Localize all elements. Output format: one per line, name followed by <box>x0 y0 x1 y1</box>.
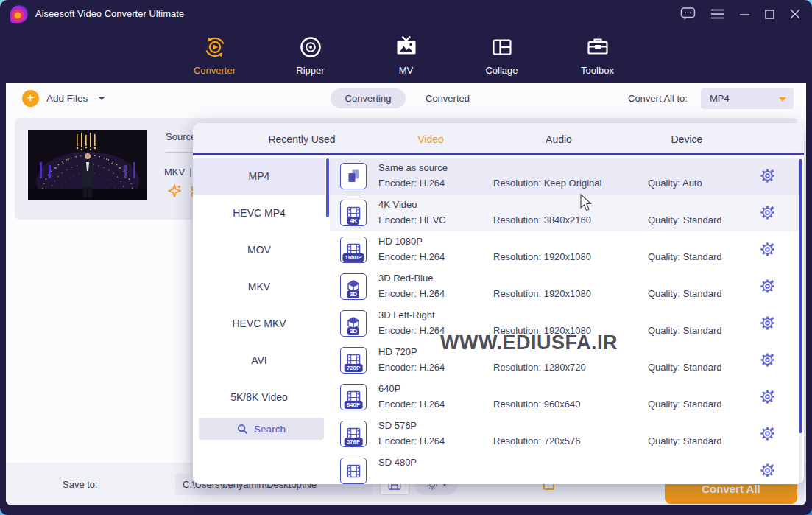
tab-recently-used[interactable]: Recently Used <box>268 123 335 155</box>
film-icon: 4K <box>340 200 367 226</box>
effect-star-icon[interactable] <box>166 183 183 202</box>
format-encoder: Encoder: H.264 <box>378 435 445 446</box>
gear-icon[interactable] <box>760 463 775 481</box>
window-title: Aiseesoft Video Converter Ultimate <box>35 0 184 28</box>
search-label: Search <box>254 424 286 435</box>
format-badge: 720P <box>345 364 363 372</box>
format-encoder: Encoder: H.264 <box>378 399 445 410</box>
mouse-cursor <box>580 194 593 215</box>
format-popup: Recently UsedVideoAudioDevice MP4HEVC MP… <box>193 123 804 484</box>
tab-video[interactable]: Video <box>417 123 444 155</box>
format-resolution: Resolution: 1920x1080 <box>493 251 591 262</box>
minimize-button[interactable] <box>740 10 749 19</box>
feedback-icon[interactable] <box>680 7 696 21</box>
format-resolution: Resolution: Keep Original <box>493 178 601 189</box>
chevron-down-icon <box>98 97 105 100</box>
sidebar-item-5k-8k-video[interactable]: 5K/8K Video <box>193 379 325 416</box>
app-logo-icon <box>10 5 28 23</box>
gear-icon[interactable] <box>760 242 775 260</box>
sidebar-item-mp4[interactable]: MP4 <box>193 158 325 195</box>
nav-item-ripper[interactable]: Ripper <box>278 28 344 83</box>
gear-icon[interactable] <box>760 278 775 297</box>
titlebar: Aiseesoft Video Converter Ultimate <box>0 0 812 28</box>
tab-converting[interactable]: Converting <box>331 88 406 108</box>
nav-item-collage[interactable]: Collage <box>469 28 535 83</box>
format-quality: Quality: Standard <box>648 214 721 225</box>
gear-icon[interactable] <box>760 352 775 371</box>
sidebar-scrollbar[interactable] <box>326 158 329 217</box>
format-badge: 576P <box>345 438 363 446</box>
same-as-source-icon <box>340 163 367 189</box>
list-scrollbar-thumb[interactable] <box>799 159 802 433</box>
source-label: Source <box>166 131 196 142</box>
format-list: Same as sourceEncoder: H.264Resolution: … <box>330 158 799 484</box>
menu-icon[interactable] <box>711 9 724 19</box>
sidebar-item-avi[interactable]: AVI <box>193 342 325 379</box>
format-name: Same as source <box>378 162 448 173</box>
format-name: HD 720P <box>378 346 417 357</box>
video-thumbnail <box>28 130 147 200</box>
format-row-sd-480p[interactable]: SD 480P <box>330 452 799 484</box>
format-name: 3D Left-Right <box>378 309 435 320</box>
gear-icon[interactable] <box>760 389 775 407</box>
convert-all-dropdown[interactable]: MP4 <box>701 88 794 109</box>
format-quality: Quality: Standard <box>648 362 721 373</box>
converter-icon <box>202 35 228 60</box>
toolbox-icon <box>585 35 611 60</box>
format-badge: 3D <box>347 327 359 335</box>
add-files-button[interactable]: + Add Files <box>22 90 105 107</box>
tab-converted[interactable]: Converted <box>426 88 470 108</box>
format-row-same-as-source[interactable]: Same as sourceEncoder: H.264Resolution: … <box>330 158 799 195</box>
format-encoder: Encoder: H.264 <box>378 288 445 299</box>
nav-label: MV <box>399 65 414 76</box>
format-name: SD 480P <box>378 457 417 468</box>
format-encoder: Encoder: H.264 <box>378 325 445 336</box>
main-nav: Converter Ripper MV Collage Toolbox <box>0 28 812 83</box>
sidebar-item-hevc-mp4[interactable]: HEVC MP4 <box>193 195 325 231</box>
format-row-hd-1080p[interactable]: 1080PHD 1080PEncoder: H.264Resolution: 1… <box>330 231 799 268</box>
film-icon: 720P <box>340 347 367 374</box>
tab-audio[interactable]: Audio <box>546 123 572 155</box>
sidebar-item-hevc-mkv[interactable]: HEVC MKV <box>193 305 325 342</box>
gear-icon[interactable] <box>760 205 775 223</box>
format-row-3d-red-blue[interactable]: 3D3D Red-BlueEncoder: H.264Resolution: 1… <box>330 268 799 305</box>
maximize-button[interactable] <box>765 10 774 19</box>
film-icon: 576P <box>340 421 367 447</box>
sidebar-item-mov[interactable]: MOV <box>193 231 325 268</box>
format-row-sd-576p[interactable]: 576PSD 576PEncoder: H.264Resolution: 720… <box>330 416 799 452</box>
add-files-label: Add Files <box>46 93 88 104</box>
nav-item-mv[interactable]: MV <box>373 28 439 83</box>
tab-device[interactable]: Device <box>671 123 703 155</box>
close-button[interactable] <box>790 9 800 19</box>
watermark: WWW.EDIUSFA.IR <box>440 332 618 354</box>
format-quality: Quality: Auto <box>648 178 702 189</box>
gear-icon[interactable] <box>760 168 775 186</box>
format-quality: Quality: Standard <box>648 325 721 336</box>
format-badge: 640P <box>345 401 363 409</box>
nav-label: Converter <box>194 65 236 76</box>
divider <box>190 168 191 177</box>
format-badge: 4K <box>347 217 359 225</box>
gear-icon[interactable] <box>760 315 775 334</box>
format-name: 4K Video <box>378 199 417 210</box>
save-to-label: Save to: <box>63 479 98 490</box>
gear-icon[interactable] <box>760 426 775 444</box>
format-name: HD 1080P <box>378 236 423 247</box>
nav-item-toolbox[interactable]: Toolbox <box>565 28 631 83</box>
toolbar: + Add Files Converting Converted Convert… <box>6 83 806 115</box>
format-name: 640P <box>378 383 400 394</box>
format-encoder: Encoder: H.264 <box>378 178 445 189</box>
nav-item-converter[interactable]: Converter <box>182 28 248 83</box>
desktop-background: Aiseesoft Video Converter Ultimate <box>0 0 812 515</box>
file-format: MKV <box>164 167 185 178</box>
chevron-down-icon <box>779 97 786 102</box>
format-row-4k-video[interactable]: 4K4K VideoEncoder: HEVCResolution: 3840x… <box>330 195 799 231</box>
format-badge: 3D <box>347 290 359 298</box>
format-row-640p[interactable]: 640P640PEncoder: H.264Resolution: 960x64… <box>330 379 799 416</box>
format-resolution: Resolution: 720x576 <box>493 435 581 446</box>
nav-label: Collage <box>485 65 518 76</box>
search-button[interactable]: Search <box>199 418 324 440</box>
sidebar-item-mkv[interactable]: MKV <box>193 268 325 305</box>
collage-icon <box>489 35 515 60</box>
format-encoder: Encoder: H.264 <box>378 362 445 373</box>
